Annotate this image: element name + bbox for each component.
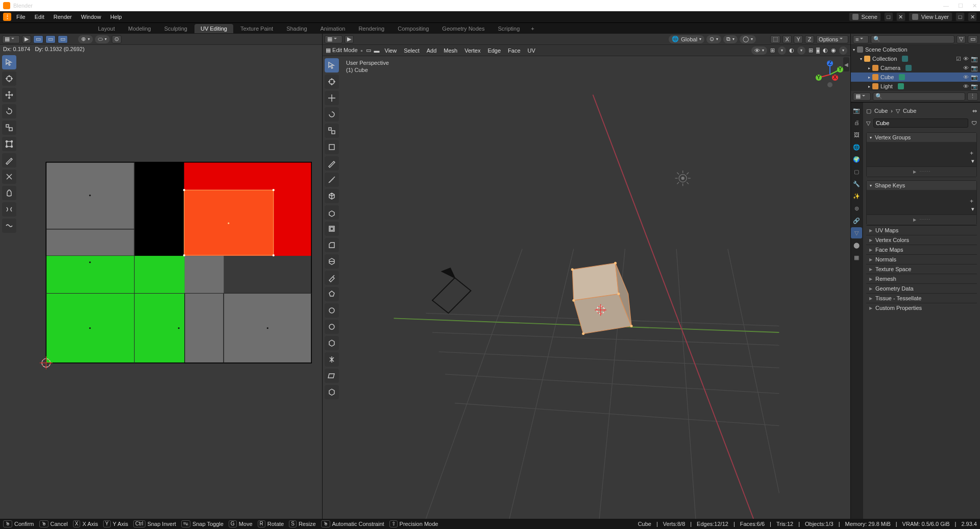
section-vertex-colors[interactable]: Vertex Colors xyxy=(866,235,977,245)
options-dropdown[interactable]: Options xyxy=(816,35,848,43)
overlay-toggle[interactable]: ⊞ xyxy=(770,47,775,54)
axis-z-toggle[interactable]: Z xyxy=(805,35,814,43)
shading-dropdown[interactable]: ▾ xyxy=(839,46,847,55)
tool-rotate[interactable] xyxy=(2,104,16,118)
tab-scripting[interactable]: Scripting xyxy=(492,24,526,33)
tab-rendering[interactable]: Rendering xyxy=(352,24,390,33)
properties-search[interactable]: 🔍 xyxy=(873,92,965,101)
section-custom-properties[interactable]: Custom Properties xyxy=(866,303,977,312)
vtool-bevel[interactable] xyxy=(325,238,339,252)
uv-canvas[interactable] xyxy=(20,55,320,462)
ptab-world[interactable]: 🌍 xyxy=(851,154,862,165)
vertex-menu[interactable]: Vertex xyxy=(462,46,482,55)
tab-modeling[interactable]: Modeling xyxy=(122,24,157,33)
viewlayer-delete-button[interactable]: ✕ xyxy=(968,12,977,21)
sk-expand[interactable]: ⋯⋯ xyxy=(867,214,976,225)
tab-texture-paint[interactable]: Texture Paint xyxy=(234,24,279,33)
vtool-rip[interactable] xyxy=(325,385,339,399)
uv-display-button[interactable]: ▭ xyxy=(58,35,68,43)
tool-select-box[interactable] xyxy=(2,55,16,69)
tool-grab[interactable] xyxy=(2,186,16,200)
ptab-texture[interactable]: ▦ xyxy=(851,252,862,263)
ptab-render[interactable]: 📷 xyxy=(851,105,862,116)
uv-pin-button[interactable]: ⊙ xyxy=(112,35,121,43)
viewlayer-selector[interactable]: View Layer xyxy=(909,12,952,21)
vtool-inset[interactable] xyxy=(325,222,339,236)
ptab-output[interactable]: 🖨 xyxy=(851,117,862,128)
section-vertex-groups[interactable]: ▾Vertex Groups ＋ ▾ ⋯⋯ xyxy=(866,132,977,177)
orientation-dropdown[interactable]: 🌐 Global ▾ xyxy=(669,35,704,43)
shading-solid[interactable]: ● xyxy=(816,47,820,54)
ptab-scene[interactable]: 🌐 xyxy=(851,141,862,153)
vg-options-button[interactable]: ▾ xyxy=(971,158,974,164)
vtool-loopcut[interactable] xyxy=(325,254,339,269)
outliner-item-camera[interactable]: ▸ Camera 👁📷 xyxy=(851,63,980,73)
ptab-object[interactable]: ▢ xyxy=(851,166,862,177)
section-texture-space[interactable]: Texture Space xyxy=(866,264,977,274)
ptab-modifiers[interactable]: 🔧 xyxy=(851,178,862,189)
axis-x-toggle[interactable]: X xyxy=(782,35,792,43)
section-geometry-data[interactable]: Geometry Data xyxy=(866,283,977,293)
outliner-item-light[interactable]: ▸ Light 👁📷 xyxy=(851,82,980,91)
snap-dropdown[interactable]: ⧉▾ xyxy=(723,35,738,43)
sk-add-button[interactable]: ＋ xyxy=(969,197,974,205)
tool-move[interactable] xyxy=(2,88,16,102)
face-menu[interactable]: Face xyxy=(506,46,522,55)
tool-pinch[interactable] xyxy=(2,202,16,217)
editor-type-dropdown[interactable]: ▦ xyxy=(325,35,342,43)
window-maximize-icon[interactable]: ☐ xyxy=(958,3,963,9)
section-face-maps[interactable]: Face Maps xyxy=(866,245,977,254)
select-menu[interactable]: Select xyxy=(402,46,422,55)
outliner-collection[interactable]: ▾ Collection ☑👁📷 xyxy=(851,54,980,63)
tab-geometry-nodes[interactable]: Geometry Nodes xyxy=(436,24,491,33)
outliner-search[interactable]: 🔍 xyxy=(871,35,954,43)
vtool-measure[interactable] xyxy=(325,173,339,187)
vtool-edge-slide[interactable] xyxy=(325,336,339,350)
shading-rendered[interactable]: ◉ xyxy=(831,47,836,54)
edge-select-button[interactable]: ▭ xyxy=(366,47,371,54)
tab-animation[interactable]: Animation xyxy=(314,24,352,33)
ptab-data[interactable]: ▽ xyxy=(851,227,862,238)
ptab-physics[interactable]: ⊚ xyxy=(851,203,862,214)
vtool-cursor[interactable] xyxy=(325,75,339,89)
tool-transform[interactable] xyxy=(2,137,16,151)
tab-shading[interactable]: Shading xyxy=(280,24,313,33)
axis-y-toggle[interactable]: Y xyxy=(794,35,803,43)
uv-image-dropdown[interactable]: ⬭▾ xyxy=(95,35,110,43)
vtool-polybuild[interactable] xyxy=(325,287,339,301)
scene-delete-button[interactable]: ✕ xyxy=(896,12,905,21)
viewlayer-new-button[interactable]: □ xyxy=(955,12,965,21)
mesh-cube[interactable] xyxy=(571,262,633,335)
vtool-transform[interactable] xyxy=(325,140,339,154)
vtool-add-cube[interactable] xyxy=(325,189,339,203)
tool-rip[interactable] xyxy=(2,170,16,184)
overlay-dropdown[interactable]: ▾ xyxy=(778,46,786,55)
vtool-annotate[interactable] xyxy=(325,156,339,171)
vtool-scale[interactable] xyxy=(325,124,339,138)
xray-toggle[interactable]: ◐ xyxy=(789,47,794,54)
vtool-rotate[interactable] xyxy=(325,107,339,122)
section-tissue[interactable]: Tissue - Tessellate xyxy=(866,293,977,303)
tool-annotate[interactable] xyxy=(2,153,16,167)
ptab-constraints[interactable]: 🔗 xyxy=(851,215,862,226)
shading-wireframe[interactable]: ⊞ xyxy=(808,47,813,54)
mode-dropdown[interactable]: ▦ Edit Mode xyxy=(326,47,358,54)
tool-scale[interactable] xyxy=(2,121,16,135)
vtool-spin[interactable] xyxy=(325,303,339,318)
uv-sync-button[interactable]: ▭ xyxy=(33,35,43,43)
tab-uv-editing[interactable]: UV Editing xyxy=(194,24,233,33)
menu-file[interactable]: File xyxy=(12,13,30,21)
ptab-material[interactable]: ⬤ xyxy=(851,239,862,251)
pivot-dropdown[interactable]: ⊙▾ xyxy=(706,35,721,43)
vtool-shrink[interactable] xyxy=(325,352,339,367)
window-close-icon[interactable]: ✕ xyxy=(972,3,977,9)
uv-menu[interactable]: UV xyxy=(526,46,537,55)
uv-select-tool-button[interactable]: ▶ xyxy=(22,35,31,43)
vertex-select-button[interactable]: ▫ xyxy=(361,47,363,54)
menu-edit[interactable]: Edit xyxy=(31,13,48,21)
menu-render[interactable]: Render xyxy=(50,13,76,21)
ptab-particles[interactable]: ✨ xyxy=(851,190,862,202)
outliner-type-dropdown[interactable]: ≡ xyxy=(853,35,869,43)
outliner-scene-collection[interactable]: ▾ Scene Collection xyxy=(851,45,980,54)
uv-editor-type-dropdown[interactable]: ▦ xyxy=(2,35,20,43)
